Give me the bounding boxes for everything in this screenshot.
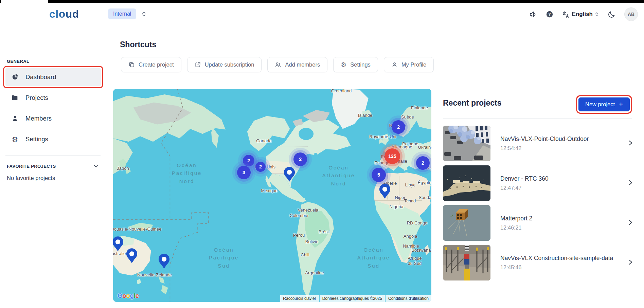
recent-project-row-matterport-2[interactable]: Matterport 212:46:21: [443, 205, 637, 241]
plus-icon: +: [619, 101, 623, 108]
cluster-count: 5: [377, 172, 380, 178]
chevron-right-icon[interactable]: [627, 140, 634, 148]
project-thumbnail: [443, 245, 490, 280]
update-subscription-button[interactable]: Update subscription: [187, 57, 262, 72]
header: cloud Internal ? English AB: [0, 3, 644, 25]
chevron-right-icon[interactable]: [627, 219, 634, 227]
map-pin-icon[interactable]: [113, 236, 124, 252]
attribution-raccourcis-clavier[interactable]: Raccourcis clavier: [280, 295, 319, 302]
cloud-logo: cloud: [49, 8, 79, 20]
shortcut-label: Create project: [139, 61, 174, 68]
favorites-header[interactable]: FAVORITE PROJECTS: [7, 163, 99, 169]
shortcut-label: Settings: [350, 61, 371, 68]
browser-tab-remnant: [1, 0, 48, 3]
workspace-chip-label: Internal: [113, 11, 131, 17]
project-title: Matterport 2: [500, 215, 627, 222]
sidebar-item-label: Dashboard: [25, 73, 56, 81]
recent-projects-title: Recent projects: [443, 98, 502, 108]
announcements-icon[interactable]: [529, 10, 537, 18]
map-cluster-2[interactable]: 2: [416, 156, 430, 170]
map[interactable]: OcéanPacifiqueNordOcéanAtlantiqueNordOcé…: [113, 89, 431, 302]
map-cluster-2[interactable]: 2: [243, 155, 254, 166]
cluster-count: 2: [422, 160, 424, 166]
project-title: NavVis-VLX-Point-Cloud-Outdoor: [500, 135, 627, 143]
shortcut-buttons: Create projectUpdate subscriptionAdd mem…: [121, 57, 434, 72]
recent-divider: [443, 118, 632, 119]
gear-outline-icon: ⚙: [341, 61, 346, 68]
favorites-label: FAVORITE PROJECTS: [7, 164, 56, 169]
create-project-button[interactable]: Create project: [121, 57, 181, 72]
cluster-count: 2: [299, 157, 302, 162]
favorites-empty-text: No favorite projects: [7, 175, 55, 181]
sidebar-item-projects[interactable]: Projects: [5, 89, 101, 107]
cluster-count: 2: [259, 164, 262, 169]
sidebar-item-label: Settings: [25, 135, 48, 143]
dark-mode-icon[interactable]: [608, 11, 615, 18]
svg-text:?: ?: [548, 12, 551, 16]
sidebar-section-general: GENERAL: [7, 59, 29, 64]
workspace-chip[interactable]: Internal: [108, 8, 136, 19]
project-thumbnail: [443, 205, 490, 241]
project-timestamp: 12:45:46: [500, 265, 627, 271]
cluster-count: 2: [397, 124, 400, 130]
person-outline-icon: [391, 61, 398, 68]
header-actions: ? English AB: [529, 3, 638, 25]
avatar[interactable]: AB: [624, 7, 638, 21]
sidebar: GENERAL DashboardProjectsMembers⚙Setting…: [0, 25, 106, 308]
add-members-button[interactable]: Add members: [267, 57, 327, 72]
my-profile-button[interactable]: My Profile: [384, 57, 434, 72]
app-window: cloud Internal ? English AB GENE: [0, 0, 644, 308]
map-cluster-3[interactable]: 3: [237, 166, 251, 179]
new-project-button[interactable]: New project +: [578, 97, 630, 111]
attribution-donn-es-cartographiques-2025[interactable]: Données cartographiques ©2025: [320, 295, 385, 302]
chevron-right-icon[interactable]: [627, 179, 634, 187]
language-chevrons-icon: [595, 12, 599, 17]
settings-button[interactable]: ⚙Settings: [333, 57, 378, 72]
help-icon[interactable]: ?: [546, 11, 553, 18]
translate-icon: [562, 11, 570, 18]
project-title: NavVis-VLX Construction-site-sample-data: [500, 255, 627, 262]
sidebar-divider: [5, 155, 101, 156]
chevron-right-icon[interactable]: [627, 259, 634, 267]
recent-project-row-denver-rtc-360[interactable]: Denver - RTC 36012:47:47: [443, 165, 637, 201]
map-cluster-5[interactable]: 5: [372, 168, 386, 182]
sidebar-items: DashboardProjectsMembers⚙Settings: [0, 68, 106, 151]
sidebar-item-label: Projects: [25, 94, 48, 102]
sidebar-item-members[interactable]: Members: [5, 110, 101, 127]
cluster-count: 125: [388, 153, 396, 159]
pie-chart-icon: [11, 73, 19, 81]
gear-icon: ⚙: [11, 135, 19, 143]
map-pin-icon[interactable]: [283, 166, 296, 182]
project-thumbnail: [443, 165, 490, 201]
sidebar-item-settings[interactable]: ⚙Settings: [5, 130, 101, 148]
language-selector[interactable]: English: [562, 11, 599, 18]
chevron-down-icon: [93, 163, 99, 169]
recent-project-row-navvis-vlx-construction-site-sample-data[interactable]: NavVis-VLX Construction-site-sample-data…: [443, 245, 637, 280]
google-logo[interactable]: Google: [118, 292, 139, 300]
map-attribution: Raccourcis clavierDonnées cartographique…: [280, 295, 431, 302]
map-cluster-2[interactable]: 2: [293, 152, 307, 166]
project-timestamp: 12:47:47: [500, 185, 627, 191]
map-pin-icon[interactable]: [158, 253, 170, 269]
recent-projects-list: NavVis-VLX-Point-Cloud-Outdoor12:54:42De…: [443, 126, 637, 285]
map-markers: 2232212525: [113, 89, 431, 302]
shortcut-label: Update subscription: [205, 61, 254, 68]
map-pin-icon[interactable]: [379, 183, 391, 199]
people-icon: [275, 61, 281, 68]
map-cluster-2[interactable]: 2: [392, 120, 405, 134]
top-black-strip: [0, 0, 644, 3]
project-thumbnail: [443, 126, 490, 161]
cluster-count: 2: [247, 158, 250, 163]
map-cluster-2[interactable]: 2: [255, 162, 266, 172]
copy-icon: [128, 61, 135, 68]
sidebar-item-dashboard[interactable]: Dashboard: [5, 68, 101, 86]
new-project-label: New project: [585, 101, 615, 108]
attribution-conditions-d-utilisation[interactable]: Conditions d'utilisation: [386, 295, 431, 302]
recent-project-row-navvis-vlx-point-cloud-outdoor[interactable]: NavVis-VLX-Point-Cloud-Outdoor12:54:42: [443, 126, 637, 161]
shortcut-label: Add members: [285, 61, 320, 68]
map-cluster-125[interactable]: 125: [384, 148, 400, 164]
map-pin-icon[interactable]: [126, 248, 138, 264]
project-title: Denver - RTC 360: [500, 175, 627, 182]
workspace-switch-icon[interactable]: [141, 11, 146, 19]
person-icon: [11, 115, 19, 122]
